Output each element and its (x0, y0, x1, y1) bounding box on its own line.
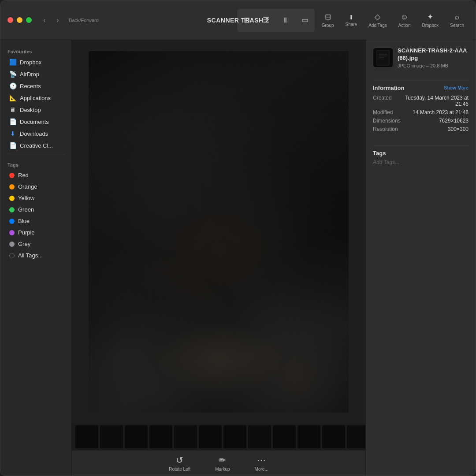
group-label: Group (322, 23, 334, 28)
sidebar-item-green[interactable]: Green (2, 204, 70, 215)
markup-button[interactable]: ✏ Markup (212, 453, 233, 473)
file-preview-header: SCANNER-TRASH-2-AAA (66).jpg JPEG image … (373, 47, 469, 68)
info-panel: SCANNER-TRASH-2-AAA (66).jpg JPEG image … (365, 40, 476, 476)
rotate-left-label: Rotate Left (169, 467, 190, 472)
airdrop-label: AirDrop (20, 71, 39, 78)
filmstrip-thumb-10[interactable] (298, 425, 320, 448)
titlebar: ‹ › Back/Forward SCANNER TRASH 2 ⊞ ☰ ⫴ ▭ (0, 0, 476, 40)
blue-label: Blue (18, 218, 30, 224)
share-button[interactable]: ⬆ Share (341, 9, 362, 32)
modified-key: Modified (373, 109, 393, 115)
purple-tag-dot (9, 230, 15, 235)
sidebar-item-yellow[interactable]: Yellow (2, 193, 70, 204)
purple-label: Purple (18, 229, 35, 236)
filmstrip (72, 424, 365, 450)
divider-2 (373, 145, 469, 145)
file-title: SCANNER-TRASH-2-AAA (66).jpg (398, 47, 469, 62)
file-meta: SCANNER-TRASH-2-AAA (66).jpg JPEG image … (398, 47, 469, 68)
filmstrip-thumb-7[interactable] (223, 425, 246, 448)
filmstrip-thumb-6[interactable] (199, 425, 222, 448)
downloads-label: Downloads (20, 130, 48, 137)
resolution-key: Resolution (373, 126, 398, 132)
toolbar-right: ⊞ ☰ ⫴ ▭ ⊟ Group ⬆ Share (237, 9, 469, 32)
filmstrip-thumb-2[interactable] (100, 425, 123, 448)
gallery-view-button[interactable]: ▭ (295, 9, 315, 32)
resolution-value: 300×300 (448, 126, 469, 132)
show-more-button[interactable]: Show More (444, 85, 469, 90)
orange-tag-dot (9, 184, 15, 190)
filmstrip-thumb-4[interactable] (149, 425, 172, 448)
sidebar-item-purple[interactable]: Purple (2, 227, 70, 238)
traffic-lights (7, 17, 32, 23)
rotate-left-icon: ↺ (176, 455, 183, 465)
modified-value: 14 March 2023 at 21:46 (413, 109, 469, 115)
filmstrip-thumb-8[interactable] (248, 425, 271, 448)
green-label: Green (18, 206, 34, 213)
back-button[interactable]: ‹ (39, 15, 50, 26)
dropbox-sidebar-icon: 🟦 (9, 59, 16, 66)
column-view-button[interactable]: ⫴ (276, 9, 295, 32)
tags-title: Tags (373, 150, 469, 156)
sidebar-item-airdrop[interactable]: 📡 AirDrop (2, 68, 70, 80)
sidebar-item-red[interactable]: Red (2, 170, 70, 181)
information-section: Information Show More Created Tuesday, 1… (373, 85, 469, 134)
sidebar-item-blue[interactable]: Blue (2, 216, 70, 227)
more-button[interactable]: ⋯ More... (251, 453, 272, 473)
tags-section-label: Tags (0, 159, 71, 169)
add-tags-placeholder[interactable]: Add Tags... (373, 159, 469, 165)
dimensions-key: Dimensions (373, 118, 401, 124)
favourites-label: Favourites (0, 45, 71, 56)
preview-container[interactable] (72, 40, 365, 424)
filmstrip-thumb-1[interactable] (75, 425, 98, 448)
minimize-button[interactable] (17, 17, 22, 23)
action-label: Action (398, 23, 411, 28)
add-tags-label: Add Tags (368, 23, 387, 28)
add-tags-icon: ◇ (375, 12, 380, 22)
yellow-tag-dot (9, 196, 15, 201)
filmstrip-thumb-5[interactable] (174, 425, 197, 448)
search-button[interactable]: ⌕ Search (446, 9, 469, 32)
sidebar-item-grey[interactable]: Grey (2, 238, 70, 249)
action-button[interactable]: ☺ Action (394, 9, 415, 32)
dropbox-sidebar-label: Dropbox (20, 59, 41, 66)
sidebar-item-applications[interactable]: 📐 Applications (2, 92, 70, 104)
filmstrip-thumb-3[interactable] (125, 425, 148, 448)
forward-button[interactable]: › (52, 15, 63, 26)
info-section-header: Information Show More (373, 85, 469, 91)
divider-1 (373, 80, 469, 80)
close-button[interactable] (7, 17, 13, 23)
group-button[interactable]: ⊟ Group (317, 9, 338, 32)
search-label: Search (450, 23, 464, 28)
add-tags-button[interactable]: ◇ Add Tags (364, 9, 391, 32)
maximize-button[interactable] (26, 17, 32, 23)
sidebar-item-orange[interactable]: Orange (2, 181, 70, 192)
created-value: Tuesday, 14 March 2023 at 21:46 (395, 95, 469, 107)
yellow-label: Yellow (18, 195, 34, 201)
rotate-left-button[interactable]: ↺ Rotate Left (165, 453, 194, 473)
dimensions-value: 7629×10623 (439, 118, 469, 124)
column-view-icon: ⫴ (284, 16, 287, 25)
group-icon: ⊟ (325, 12, 331, 22)
sidebar-item-downloads[interactable]: ⬇ Downloads (2, 128, 70, 139)
nav-buttons: ‹ › (39, 15, 63, 26)
dimensions-row: Dimensions 7629×10623 (373, 118, 469, 124)
markup-icon: ✏ (219, 455, 226, 465)
sidebar-item-all-tags[interactable]: All Tags... (2, 250, 70, 261)
filmstrip-thumb-12[interactable] (347, 425, 365, 448)
sidebar-item-documents[interactable]: 📄 Documents (2, 116, 70, 127)
dropbox-icon: ✦ (427, 12, 433, 22)
sidebar-item-desktop[interactable]: 🖥 Desktop (2, 104, 70, 115)
sidebar-item-creative-cloud[interactable]: 📄 Creative Cl... (2, 140, 70, 151)
main-content: Favourites 🟦 Dropbox 📡 AirDrop 🕐 Recents… (0, 40, 476, 476)
filmstrip-thumb-11[interactable] (322, 425, 345, 448)
bottom-toolbar: ↺ Rotate Left ✏ Markup ⋯ More... (72, 450, 365, 476)
sidebar-item-recents[interactable]: 🕐 Recents (2, 80, 70, 92)
filmstrip-thumb-9[interactable] (273, 425, 296, 448)
share-icon: ⬆ (349, 14, 354, 21)
gallery-view-icon: ▭ (301, 15, 309, 25)
sidebar-item-dropbox[interactable]: 🟦 Dropbox (2, 56, 70, 68)
dropbox-button[interactable]: ✦ Dropbox (418, 9, 443, 32)
grey-label: Grey (18, 241, 30, 247)
red-tag-dot (9, 173, 15, 178)
information-title: Information (373, 85, 405, 91)
